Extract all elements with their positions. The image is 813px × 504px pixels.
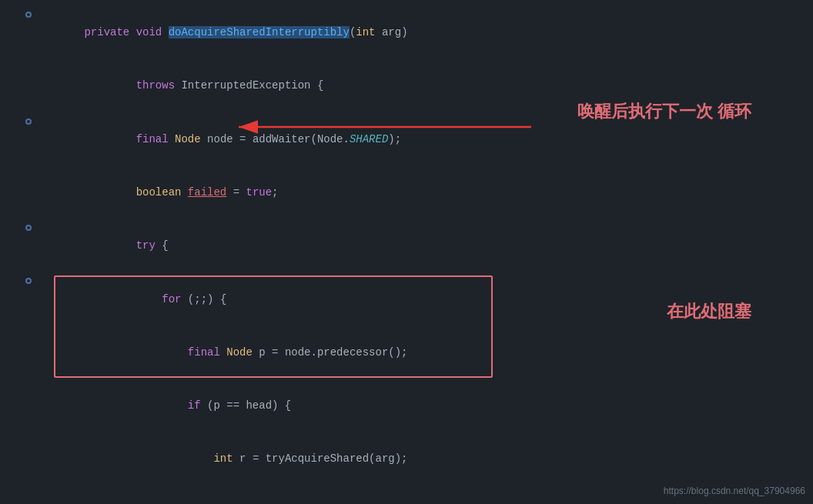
line-content-9: int r = tryAcquireShared(arg);: [42, 432, 813, 486]
code-line-9: int r = tryAcquireShared(arg);: [0, 432, 813, 486]
line-content-1: private void doAcquireSharedInterruptibl…: [42, 6, 813, 59]
code-line-1: private void doAcquireSharedInterruptibl…: [0, 6, 813, 59]
code-line-4: boolean failed = true;: [0, 166, 813, 219]
code-editor: private void doAcquireSharedInterruptibl…: [0, 0, 813, 504]
gutter-5: [0, 225, 42, 231]
line-content-7: final Node p = node.predecessor();: [42, 326, 813, 379]
line-content-4: boolean failed = true;: [42, 166, 813, 219]
gutter-1: [0, 12, 42, 18]
code-line-8: if (p == head) {: [0, 379, 813, 432]
code-line-7: final Node p = node.predecessor();: [0, 326, 813, 379]
annotation-block: 在此处阻塞: [667, 300, 751, 324]
annotation-wakeup: 唤醒后执行下一次 循环: [577, 100, 751, 124]
gutter-3: [0, 118, 42, 125]
watermark: https://blog.csdn.net/qq_37904966: [664, 486, 805, 496]
gutter-6: [0, 278, 42, 284]
code-line-5: try {: [0, 219, 813, 272]
line-content-5: try {: [42, 219, 813, 272]
line-content-8: if (p == head) {: [42, 379, 813, 432]
